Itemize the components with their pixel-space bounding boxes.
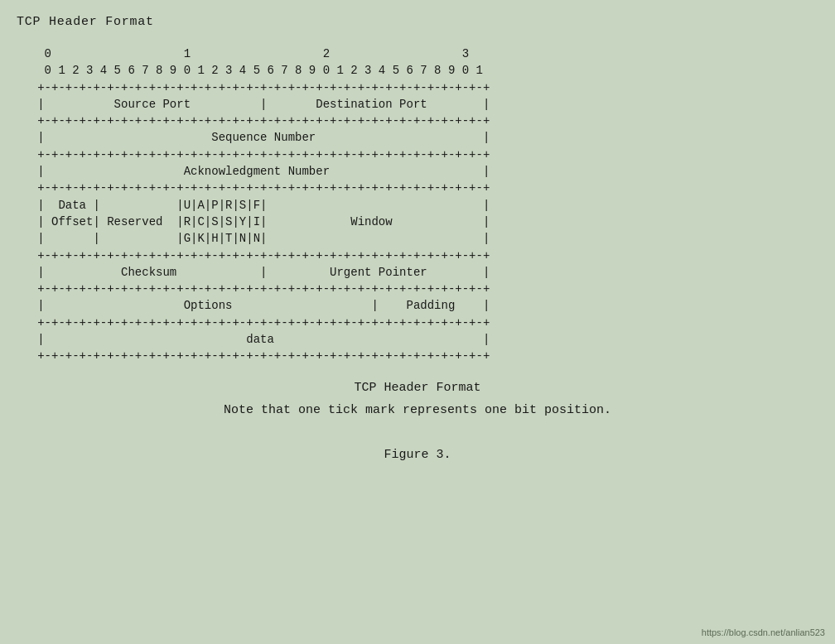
tcp-diagram: 0 1 2 3 0 1 2 3 4 5 6 7 8 9 0 1 2 3 4 5 … — [17, 46, 818, 365]
caption-figure: Figure 3. — [17, 444, 818, 466]
diagram-caption: TCP Header Format Note that one tick mar… — [17, 377, 818, 466]
caption-title: TCP Header Format — [17, 377, 818, 399]
watermark: https://blog.csdn.net/anlian523 — [702, 627, 825, 637]
caption-note: Note that one tick mark represents one b… — [17, 399, 818, 421]
main-container: TCP Header Format 0 1 2 3 0 1 2 3 4 5 6 … — [0, 0, 835, 644]
page-title: TCP Header Format — [17, 15, 818, 29]
